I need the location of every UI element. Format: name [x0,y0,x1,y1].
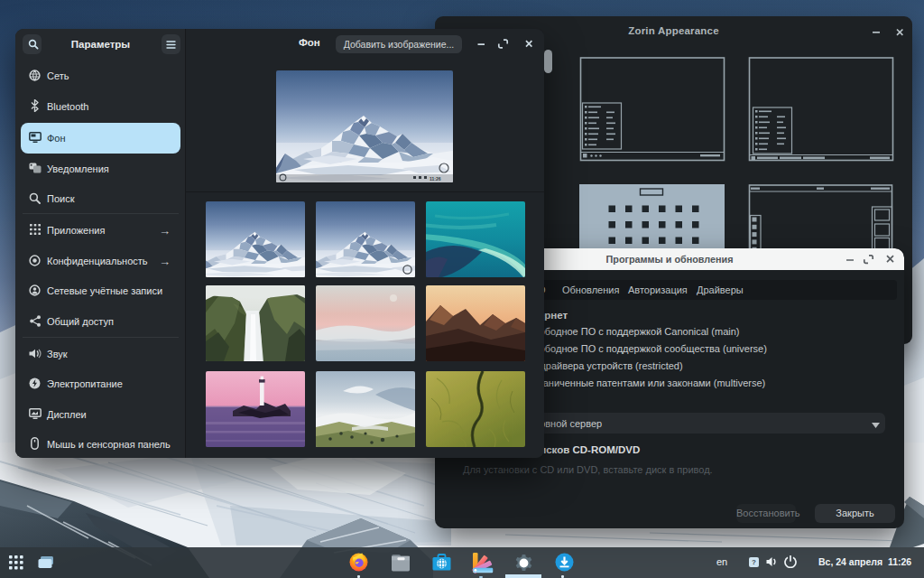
svg-text:11:26: 11:26 [430,176,441,182]
svg-text:?: ? [752,558,756,566]
